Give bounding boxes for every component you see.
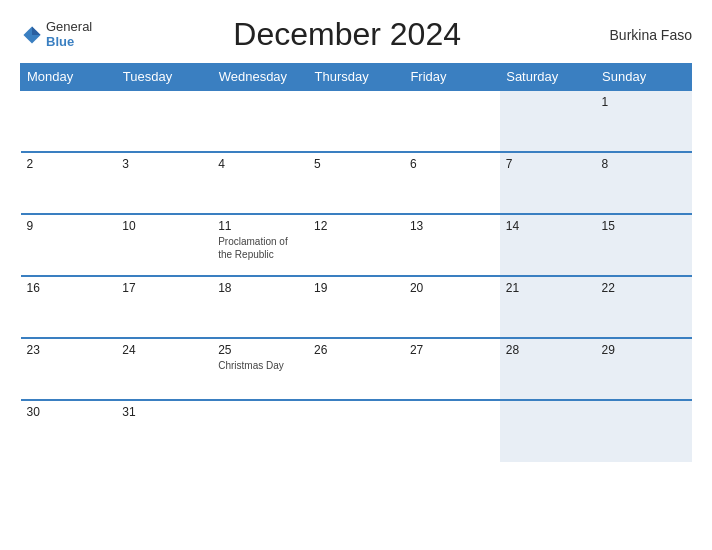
calendar-header: General Blue December 2024 Burkina Faso xyxy=(20,16,692,53)
calendar-cell xyxy=(308,400,404,462)
calendar-cell: 18 xyxy=(212,276,308,338)
calendar-week-6: 3031 xyxy=(21,400,692,462)
event-label: Proclamation of the Republic xyxy=(218,235,302,261)
calendar-cell: 2 xyxy=(21,152,117,214)
calendar-cell: 11Proclamation of the Republic xyxy=(212,214,308,276)
calendar-cell: 16 xyxy=(21,276,117,338)
logo-general: General xyxy=(46,20,92,34)
calendar-week-5: 232425Christmas Day26272829 xyxy=(21,338,692,400)
header-saturday: Saturday xyxy=(500,64,596,91)
svg-marker-2 xyxy=(32,26,41,35)
calendar-cell xyxy=(500,400,596,462)
country-label: Burkina Faso xyxy=(602,27,692,43)
calendar-cell xyxy=(500,90,596,152)
calendar-cell xyxy=(21,90,117,152)
day-number: 16 xyxy=(27,281,111,295)
day-number: 31 xyxy=(122,405,206,419)
header-monday: Monday xyxy=(21,64,117,91)
calendar-cell: 22 xyxy=(596,276,692,338)
calendar-week-4: 16171819202122 xyxy=(21,276,692,338)
calendar-cell: 4 xyxy=(212,152,308,214)
calendar-cell: 3 xyxy=(116,152,212,214)
day-number: 27 xyxy=(410,343,494,357)
calendar-cell: 29 xyxy=(596,338,692,400)
calendar-cell: 15 xyxy=(596,214,692,276)
day-number: 21 xyxy=(506,281,590,295)
calendar-cell xyxy=(212,400,308,462)
logo-text: General Blue xyxy=(46,20,92,49)
calendar-cell: 12 xyxy=(308,214,404,276)
day-number: 5 xyxy=(314,157,398,171)
logo-icon xyxy=(20,23,44,47)
calendar-cell: 28 xyxy=(500,338,596,400)
day-number: 19 xyxy=(314,281,398,295)
day-number: 26 xyxy=(314,343,398,357)
calendar-week-3: 91011Proclamation of the Republic1213141… xyxy=(21,214,692,276)
day-number: 6 xyxy=(410,157,494,171)
weekday-header-row: Monday Tuesday Wednesday Thursday Friday… xyxy=(21,64,692,91)
header-tuesday: Tuesday xyxy=(116,64,212,91)
calendar-page: General Blue December 2024 Burkina Faso … xyxy=(0,0,712,550)
header-wednesday: Wednesday xyxy=(212,64,308,91)
day-number: 11 xyxy=(218,219,302,233)
day-number: 12 xyxy=(314,219,398,233)
calendar-cell: 17 xyxy=(116,276,212,338)
calendar-cell: 1 xyxy=(596,90,692,152)
day-number: 25 xyxy=(218,343,302,357)
day-number: 20 xyxy=(410,281,494,295)
calendar-cell: 26 xyxy=(308,338,404,400)
calendar-cell: 6 xyxy=(404,152,500,214)
calendar-cell: 21 xyxy=(500,276,596,338)
calendar-cell xyxy=(596,400,692,462)
calendar-table: Monday Tuesday Wednesday Thursday Friday… xyxy=(20,63,692,462)
day-number: 18 xyxy=(218,281,302,295)
logo: General Blue xyxy=(20,20,92,49)
calendar-cell: 31 xyxy=(116,400,212,462)
calendar-cell: 19 xyxy=(308,276,404,338)
calendar-cell: 20 xyxy=(404,276,500,338)
calendar-cell: 5 xyxy=(308,152,404,214)
day-number: 13 xyxy=(410,219,494,233)
day-number: 24 xyxy=(122,343,206,357)
calendar-cell: 7 xyxy=(500,152,596,214)
day-number: 1 xyxy=(602,95,686,109)
day-number: 14 xyxy=(506,219,590,233)
calendar-week-1: 1 xyxy=(21,90,692,152)
calendar-cell: 30 xyxy=(21,400,117,462)
day-number: 10 xyxy=(122,219,206,233)
event-label: Christmas Day xyxy=(218,359,302,372)
header-sunday: Sunday xyxy=(596,64,692,91)
day-number: 7 xyxy=(506,157,590,171)
calendar-cell: 9 xyxy=(21,214,117,276)
day-number: 30 xyxy=(27,405,111,419)
day-number: 2 xyxy=(27,157,111,171)
calendar-cell: 24 xyxy=(116,338,212,400)
day-number: 28 xyxy=(506,343,590,357)
calendar-cell: 14 xyxy=(500,214,596,276)
calendar-cell: 23 xyxy=(21,338,117,400)
calendar-cell xyxy=(404,400,500,462)
month-title: December 2024 xyxy=(92,16,602,53)
day-number: 8 xyxy=(602,157,686,171)
day-number: 15 xyxy=(602,219,686,233)
calendar-cell: 25Christmas Day xyxy=(212,338,308,400)
calendar-cell xyxy=(404,90,500,152)
calendar-cell: 8 xyxy=(596,152,692,214)
day-number: 3 xyxy=(122,157,206,171)
calendar-cell xyxy=(308,90,404,152)
calendar-cell: 10 xyxy=(116,214,212,276)
header-thursday: Thursday xyxy=(308,64,404,91)
day-number: 29 xyxy=(602,343,686,357)
day-number: 9 xyxy=(27,219,111,233)
calendar-week-2: 2345678 xyxy=(21,152,692,214)
calendar-cell xyxy=(212,90,308,152)
calendar-cell: 27 xyxy=(404,338,500,400)
calendar-cell: 13 xyxy=(404,214,500,276)
day-number: 23 xyxy=(27,343,111,357)
day-number: 4 xyxy=(218,157,302,171)
logo-blue: Blue xyxy=(46,35,92,49)
header-friday: Friday xyxy=(404,64,500,91)
calendar-cell xyxy=(116,90,212,152)
day-number: 17 xyxy=(122,281,206,295)
day-number: 22 xyxy=(602,281,686,295)
